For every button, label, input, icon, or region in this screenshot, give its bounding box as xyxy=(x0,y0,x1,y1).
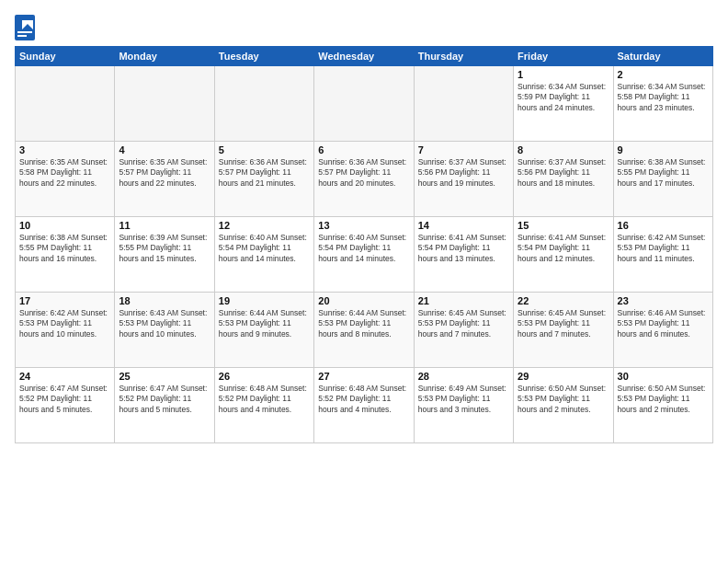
calendar-cell: 22Sunrise: 6:45 AM Sunset: 5:53 PM Dayli… xyxy=(514,293,613,368)
weekday-header-monday: Monday xyxy=(115,47,214,66)
day-info: Sunrise: 6:39 AM Sunset: 5:55 PM Dayligh… xyxy=(119,233,210,264)
day-number: 24 xyxy=(19,371,110,382)
day-info: Sunrise: 6:41 AM Sunset: 5:54 PM Dayligh… xyxy=(418,233,509,264)
day-info: Sunrise: 6:36 AM Sunset: 5:57 PM Dayligh… xyxy=(219,157,310,189)
weekday-header-thursday: Thursday xyxy=(414,47,513,66)
day-info: Sunrise: 6:44 AM Sunset: 5:53 PM Dayligh… xyxy=(219,308,310,339)
day-number: 1 xyxy=(518,69,609,80)
calendar-week-3: 10Sunrise: 6:38 AM Sunset: 5:55 PM Dayli… xyxy=(16,217,713,293)
calendar-cell xyxy=(214,66,313,142)
day-number: 22 xyxy=(518,295,609,306)
calendar-cell: 27Sunrise: 6:48 AM Sunset: 5:52 PM Dayli… xyxy=(314,368,414,443)
day-info: Sunrise: 6:35 AM Sunset: 5:58 PM Dayligh… xyxy=(19,157,110,189)
calendar-cell: 6Sunrise: 6:36 AM Sunset: 5:57 PM Daylig… xyxy=(314,142,414,217)
calendar-body: 1Sunrise: 6:34 AM Sunset: 5:59 PM Daylig… xyxy=(16,66,713,443)
calendar-cell: 3Sunrise: 6:35 AM Sunset: 5:58 PM Daylig… xyxy=(16,142,115,217)
calendar-cell: 5Sunrise: 6:36 AM Sunset: 5:57 PM Daylig… xyxy=(214,142,313,217)
day-number: 6 xyxy=(318,144,409,155)
day-number: 5 xyxy=(219,144,310,155)
calendar-cell xyxy=(115,66,214,142)
day-number: 13 xyxy=(318,220,409,231)
day-info: Sunrise: 6:41 AM Sunset: 5:54 PM Dayligh… xyxy=(518,233,609,264)
calendar-cell xyxy=(314,66,414,142)
calendar-cell: 14Sunrise: 6:41 AM Sunset: 5:54 PM Dayli… xyxy=(414,217,513,293)
calendar-cell: 2Sunrise: 6:34 AM Sunset: 5:58 PM Daylig… xyxy=(613,66,712,142)
day-number: 18 xyxy=(119,295,210,306)
calendar-week-1: 1Sunrise: 6:34 AM Sunset: 5:59 PM Daylig… xyxy=(16,66,713,142)
day-number: 12 xyxy=(219,220,310,231)
day-number: 7 xyxy=(418,144,509,155)
weekday-header-wednesday: Wednesday xyxy=(314,47,414,66)
day-info: Sunrise: 6:45 AM Sunset: 5:53 PM Dayligh… xyxy=(518,308,609,339)
calendar-cell: 16Sunrise: 6:42 AM Sunset: 5:53 PM Dayli… xyxy=(613,217,712,293)
svg-rect-3 xyxy=(17,35,27,37)
day-info: Sunrise: 6:37 AM Sunset: 5:56 PM Dayligh… xyxy=(418,157,509,189)
day-number: 25 xyxy=(119,371,210,382)
day-number: 27 xyxy=(318,371,409,382)
calendar-week-2: 3Sunrise: 6:35 AM Sunset: 5:58 PM Daylig… xyxy=(16,142,713,217)
day-info: Sunrise: 6:47 AM Sunset: 5:52 PM Dayligh… xyxy=(119,384,210,415)
calendar-cell: 20Sunrise: 6:44 AM Sunset: 5:53 PM Dayli… xyxy=(314,293,414,368)
day-number: 10 xyxy=(19,220,110,231)
calendar-table: SundayMondayTuesdayWednesdayThursdayFrid… xyxy=(15,46,713,443)
day-number: 3 xyxy=(19,144,110,155)
calendar-cell: 13Sunrise: 6:40 AM Sunset: 5:54 PM Dayli… xyxy=(314,217,414,293)
calendar-cell: 7Sunrise: 6:37 AM Sunset: 5:56 PM Daylig… xyxy=(414,142,513,217)
calendar-week-5: 24Sunrise: 6:47 AM Sunset: 5:52 PM Dayli… xyxy=(16,368,713,443)
header xyxy=(15,11,713,40)
calendar-cell: 18Sunrise: 6:43 AM Sunset: 5:53 PM Dayli… xyxy=(115,293,214,368)
day-info: Sunrise: 6:50 AM Sunset: 5:53 PM Dayligh… xyxy=(618,384,709,415)
day-info: Sunrise: 6:42 AM Sunset: 5:53 PM Dayligh… xyxy=(618,233,709,264)
day-info: Sunrise: 6:44 AM Sunset: 5:53 PM Dayligh… xyxy=(318,308,409,339)
calendar-cell: 12Sunrise: 6:40 AM Sunset: 5:54 PM Dayli… xyxy=(214,217,313,293)
calendar-cell: 15Sunrise: 6:41 AM Sunset: 5:54 PM Dayli… xyxy=(514,217,613,293)
day-info: Sunrise: 6:42 AM Sunset: 5:53 PM Dayligh… xyxy=(19,308,110,339)
day-number: 17 xyxy=(19,295,110,306)
page: SundayMondayTuesdayWednesdayThursdayFrid… xyxy=(0,0,728,563)
day-number: 14 xyxy=(418,220,509,231)
calendar-cell: 10Sunrise: 6:38 AM Sunset: 5:55 PM Dayli… xyxy=(16,217,115,293)
day-number: 15 xyxy=(518,220,609,231)
calendar-cell xyxy=(414,66,513,142)
day-info: Sunrise: 6:38 AM Sunset: 5:55 PM Dayligh… xyxy=(19,233,110,264)
calendar-header: SundayMondayTuesdayWednesdayThursdayFrid… xyxy=(16,47,713,66)
day-info: Sunrise: 6:45 AM Sunset: 5:53 PM Dayligh… xyxy=(418,308,509,339)
calendar-cell: 9Sunrise: 6:38 AM Sunset: 5:55 PM Daylig… xyxy=(613,142,712,217)
svg-rect-2 xyxy=(17,31,32,33)
day-number: 30 xyxy=(618,371,709,382)
calendar-cell: 8Sunrise: 6:37 AM Sunset: 5:56 PM Daylig… xyxy=(514,142,613,217)
calendar-cell: 19Sunrise: 6:44 AM Sunset: 5:53 PM Dayli… xyxy=(214,293,313,368)
day-info: Sunrise: 6:49 AM Sunset: 5:53 PM Dayligh… xyxy=(418,384,509,415)
day-info: Sunrise: 6:48 AM Sunset: 5:52 PM Dayligh… xyxy=(219,384,310,415)
day-number: 11 xyxy=(119,220,210,231)
logo xyxy=(15,15,37,40)
day-info: Sunrise: 6:34 AM Sunset: 5:58 PM Dayligh… xyxy=(618,82,709,113)
day-number: 20 xyxy=(318,295,409,306)
day-number: 8 xyxy=(518,144,609,155)
calendar-week-4: 17Sunrise: 6:42 AM Sunset: 5:53 PM Dayli… xyxy=(16,293,713,368)
day-info: Sunrise: 6:36 AM Sunset: 5:57 PM Dayligh… xyxy=(318,157,409,189)
day-number: 19 xyxy=(219,295,310,306)
day-info: Sunrise: 6:40 AM Sunset: 5:54 PM Dayligh… xyxy=(219,233,310,264)
calendar-cell: 30Sunrise: 6:50 AM Sunset: 5:53 PM Dayli… xyxy=(613,368,712,443)
calendar-cell: 17Sunrise: 6:42 AM Sunset: 5:53 PM Dayli… xyxy=(16,293,115,368)
calendar-cell xyxy=(16,66,115,142)
logo-icon xyxy=(15,15,35,40)
calendar-cell: 21Sunrise: 6:45 AM Sunset: 5:53 PM Dayli… xyxy=(414,293,513,368)
day-info: Sunrise: 6:48 AM Sunset: 5:52 PM Dayligh… xyxy=(318,384,409,415)
day-info: Sunrise: 6:43 AM Sunset: 5:53 PM Dayligh… xyxy=(119,308,210,339)
day-info: Sunrise: 6:37 AM Sunset: 5:56 PM Dayligh… xyxy=(518,157,609,189)
weekday-header-friday: Friday xyxy=(514,47,613,66)
weekday-header-sunday: Sunday xyxy=(16,47,115,66)
calendar-cell: 26Sunrise: 6:48 AM Sunset: 5:52 PM Dayli… xyxy=(214,368,313,443)
day-number: 16 xyxy=(618,220,709,231)
day-number: 23 xyxy=(618,295,709,306)
calendar-cell: 25Sunrise: 6:47 AM Sunset: 5:52 PM Dayli… xyxy=(115,368,214,443)
calendar-cell: 1Sunrise: 6:34 AM Sunset: 5:59 PM Daylig… xyxy=(514,66,613,142)
calendar-cell: 28Sunrise: 6:49 AM Sunset: 5:53 PM Dayli… xyxy=(414,368,513,443)
day-info: Sunrise: 6:40 AM Sunset: 5:54 PM Dayligh… xyxy=(318,233,409,264)
day-number: 4 xyxy=(119,144,210,155)
calendar-cell: 4Sunrise: 6:35 AM Sunset: 5:57 PM Daylig… xyxy=(115,142,214,217)
day-info: Sunrise: 6:50 AM Sunset: 5:53 PM Dayligh… xyxy=(518,384,609,415)
day-info: Sunrise: 6:34 AM Sunset: 5:59 PM Dayligh… xyxy=(518,82,609,113)
